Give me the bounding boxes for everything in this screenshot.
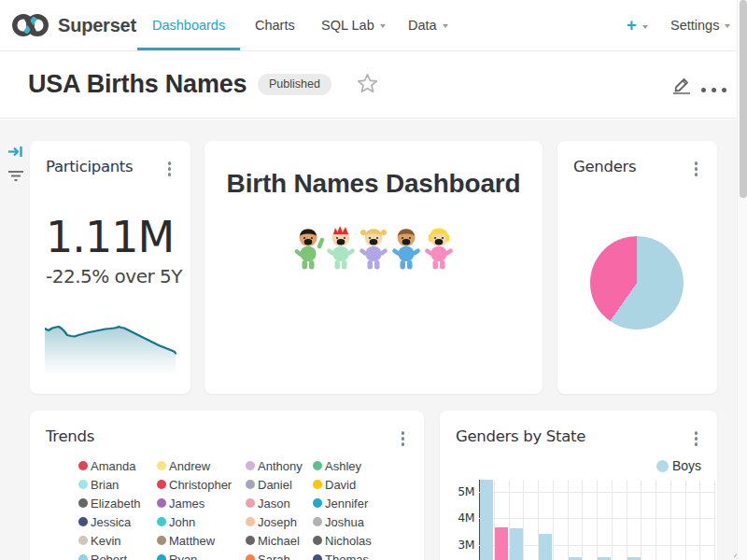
chart-title: Genders bbox=[573, 158, 636, 175]
legend-label: Joseph bbox=[258, 515, 297, 529]
legend-item-james[interactable]: James bbox=[157, 494, 232, 512]
more-actions-menu[interactable] bbox=[701, 85, 726, 94]
navbar: Superset Dashboards Charts SQL Lab Data … bbox=[0, 0, 747, 51]
card-participants: Participants 1.11M -22.5% over 5Y bbox=[30, 141, 190, 394]
legend-item-david[interactable]: David bbox=[313, 475, 372, 494]
legend-dot bbox=[78, 480, 88, 489]
legend-dot bbox=[246, 517, 255, 526]
legend-dot bbox=[157, 517, 166, 526]
legend-label: Daniel bbox=[258, 478, 292, 492]
legend-label: Brian bbox=[91, 478, 119, 492]
legend-dot bbox=[157, 554, 166, 560]
big-number-subheader: -22.5% over 5Y bbox=[46, 265, 182, 287]
legend-label: Andrew bbox=[169, 459, 210, 473]
legend-dot bbox=[157, 498, 166, 508]
legend-item-nicholas[interactable]: Nicholas bbox=[313, 531, 372, 550]
scrollbar-thumb[interactable] bbox=[740, 0, 747, 198]
legend-item-jennifer[interactable]: Jennifer bbox=[313, 494, 372, 512]
nav-tab-data[interactable]: Data bbox=[408, 0, 448, 50]
nav-tab-dashboards[interactable]: Dashboards bbox=[152, 0, 225, 50]
bar-boys bbox=[480, 480, 493, 560]
legend-dot bbox=[246, 536, 255, 545]
legend-label: Amanda bbox=[91, 459, 135, 473]
legend-item-robert[interactable]: Robert bbox=[78, 550, 140, 560]
nav-tab-charts[interactable]: Charts bbox=[255, 0, 295, 50]
filter-icon[interactable] bbox=[7, 169, 25, 184]
kid-blue bbox=[390, 225, 422, 275]
legend-item-john[interactable]: John bbox=[157, 512, 232, 531]
superset-logo[interactable]: Superset bbox=[9, 12, 136, 38]
card-genders-by-state: Genders by State Boys 5M4M3M bbox=[440, 411, 717, 560]
legend-label: Ryan bbox=[169, 553, 197, 560]
y-axis-label: 3M bbox=[446, 538, 474, 552]
kebab-menu-icon[interactable] bbox=[400, 429, 407, 448]
legend-item-michael[interactable]: Michael bbox=[246, 531, 303, 550]
bar-boys bbox=[510, 528, 523, 560]
legend-label: Sarah bbox=[258, 553, 290, 560]
legend-dot bbox=[313, 480, 322, 489]
chevron-down-icon bbox=[443, 24, 448, 28]
kids-illustration bbox=[204, 225, 543, 275]
legend-dot bbox=[656, 460, 669, 472]
legend-label: David bbox=[325, 478, 356, 492]
legend-item-brian[interactable]: Brian bbox=[78, 475, 140, 494]
kid-green bbox=[292, 225, 324, 275]
chevron-down-icon bbox=[380, 24, 386, 28]
genders-pie bbox=[590, 236, 684, 329]
y-axis-label: 5M bbox=[446, 484, 474, 498]
nav-tab-sqllab[interactable]: SQL Lab bbox=[321, 0, 386, 50]
legend-item-sarah[interactable]: Sarah bbox=[246, 550, 303, 560]
legend-item-anthony[interactable]: Anthony bbox=[246, 456, 303, 475]
settings-menu[interactable]: Settings bbox=[670, 0, 730, 50]
dashboard-content: Participants 1.11M -22.5% over 5Y Birth … bbox=[0, 119, 747, 560]
legend-dot bbox=[157, 480, 166, 489]
legend-item-matthew[interactable]: Matthew bbox=[157, 531, 232, 550]
edit-pencil-icon[interactable] bbox=[671, 76, 692, 94]
legend-item-ashley[interactable]: Ashley bbox=[313, 456, 372, 475]
legend-dot bbox=[313, 498, 322, 508]
legend-label: Elizabeth bbox=[91, 497, 140, 511]
legend-item-elizabeth[interactable]: Elizabeth bbox=[78, 494, 140, 512]
legend-item-kevin[interactable]: Kevin bbox=[78, 531, 140, 550]
legend-label: Matthew bbox=[169, 534, 215, 548]
legend-dot bbox=[157, 461, 166, 470]
legend-item-amanda[interactable]: Amanda bbox=[78, 456, 140, 475]
dashboard-header: USA Births Names Published bbox=[0, 51, 747, 119]
legend-item-jason[interactable]: Jason bbox=[246, 494, 303, 512]
legend-label: Nicholas bbox=[325, 534, 372, 548]
legend-label: Anthony bbox=[258, 459, 303, 473]
card-genders: Genders bbox=[557, 141, 717, 394]
kebab-menu-icon[interactable] bbox=[693, 160, 700, 178]
kebab-menu-icon[interactable] bbox=[166, 160, 174, 178]
legend-item-andrew[interactable]: Andrew bbox=[157, 456, 232, 475]
legend-dot bbox=[313, 554, 322, 560]
legend-label: Jason bbox=[258, 497, 290, 511]
legend-label: Christopher bbox=[169, 478, 232, 492]
legend-item-christopher[interactable]: Christopher bbox=[157, 475, 232, 494]
kebab-menu-icon[interactable] bbox=[693, 429, 700, 448]
legend-label: Joshua bbox=[325, 515, 364, 529]
legend-dot bbox=[78, 536, 88, 545]
legend-item-thomas[interactable]: Thomas bbox=[313, 550, 372, 560]
new-item-button[interactable]: + bbox=[627, 0, 648, 50]
legend-item-joshua[interactable]: Joshua bbox=[313, 512, 372, 531]
legend-item-daniel[interactable]: Daniel bbox=[246, 475, 303, 494]
legend-item-jessica[interactable]: Jessica bbox=[78, 512, 140, 531]
legend-item-boys[interactable]: Boys bbox=[656, 458, 701, 473]
published-badge[interactable]: Published bbox=[258, 74, 331, 95]
chevron-down-icon bbox=[725, 24, 730, 28]
legend-dot bbox=[313, 536, 322, 545]
legend-dot bbox=[313, 461, 322, 470]
favorite-star-icon[interactable] bbox=[357, 73, 378, 94]
expand-filter-bar-icon[interactable] bbox=[7, 144, 24, 160]
legend-dot bbox=[246, 554, 255, 560]
trends-legend-column: AshleyDavidJenniferJoshuaNicholasThomas bbox=[313, 456, 372, 560]
legend-dot bbox=[78, 554, 88, 560]
legend-label: Kevin bbox=[91, 534, 121, 548]
legend-label: Jessica bbox=[91, 515, 131, 529]
legend-item-joseph[interactable]: Joseph bbox=[246, 512, 303, 531]
scrollbar-track[interactable] bbox=[737, 0, 747, 560]
chevron-down-icon bbox=[642, 25, 648, 29]
legend-dot bbox=[78, 517, 88, 526]
legend-item-ryan[interactable]: Ryan bbox=[157, 550, 232, 560]
